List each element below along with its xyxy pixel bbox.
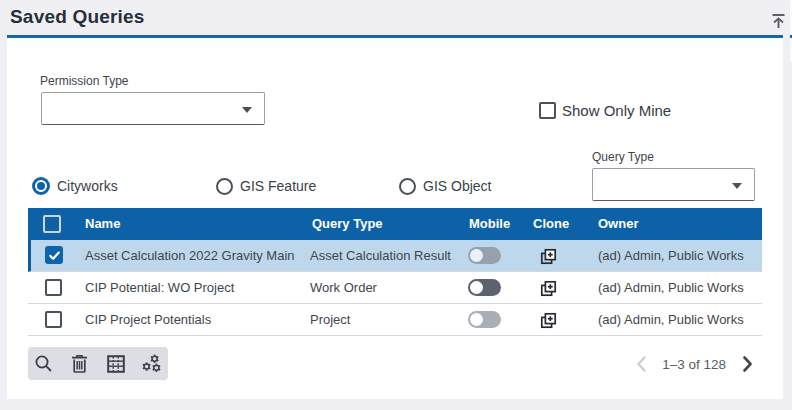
trash-icon [71, 354, 88, 373]
show-only-mine-checkbox[interactable] [539, 102, 556, 119]
table-row[interactable]: CIP Project Potentials Project (ad) Admi… [28, 304, 762, 336]
saved-queries-panel: Saved Queries Permission Type Show Only … [0, 0, 792, 410]
show-only-mine-label: Show Only Mine [562, 102, 671, 119]
table-header-row: Name Query Type Mobile Clone Owner [28, 208, 762, 240]
checkmark-icon [48, 249, 61, 262]
clone-icon [540, 280, 557, 297]
collapse-panel-button[interactable] [766, 9, 790, 33]
clone-icon [540, 248, 557, 265]
mobile-toggle-off[interactable] [468, 311, 501, 328]
radio-selected-icon [32, 177, 50, 195]
chevron-down-icon [242, 107, 252, 113]
table-view-button[interactable] [104, 351, 129, 377]
table-row[interactable]: Asset Calculation 2022 Gravity Main Asse… [28, 240, 762, 272]
cell-owner: (ad) Admin, Public Works [598, 304, 744, 335]
permission-type-select[interactable] [41, 92, 265, 125]
chevron-right-icon [742, 356, 753, 372]
mobile-toggle-off[interactable] [468, 279, 501, 296]
mobile-toggle-off[interactable] [468, 247, 501, 264]
clone-button[interactable] [540, 279, 558, 297]
row-checkbox-checked[interactable] [45, 246, 63, 264]
collapse-up-icon [770, 13, 787, 30]
radio-gis-object[interactable]: GIS Object [399, 176, 491, 196]
chevron-left-icon [636, 356, 647, 372]
radio-gis-feature-label: GIS Feature [240, 178, 316, 194]
cell-query-type: Work Order [310, 272, 377, 303]
cell-owner: (ad) Admin, Public Works [598, 240, 744, 271]
clone-button[interactable] [540, 311, 558, 329]
services-button[interactable] [140, 351, 165, 377]
row-checkbox-unchecked[interactable] [45, 279, 62, 296]
query-type-select[interactable] [592, 168, 755, 201]
query-type-label: Query Type [592, 150, 654, 164]
table-row[interactable]: CIP Potential: WO Project Work Order (ad… [28, 272, 762, 304]
toggle-knob [470, 249, 483, 262]
cell-name: CIP Project Potentials [85, 304, 211, 335]
radio-gis-feature[interactable]: GIS Feature [216, 176, 316, 196]
delete-button[interactable] [67, 351, 92, 377]
page-title: Saved Queries [10, 6, 145, 28]
cell-owner: (ad) Admin, Public Works [598, 272, 744, 303]
radio-unselected-icon [216, 178, 233, 195]
toggle-knob [470, 281, 483, 294]
cell-query-type: Project [310, 304, 350, 335]
next-page-button[interactable] [739, 355, 755, 373]
row-checkbox-unchecked[interactable] [45, 311, 62, 328]
table-icon [107, 355, 125, 373]
cell-name: CIP Potential: WO Project [85, 272, 234, 303]
saved-queries-table: Name Query Type Mobile Clone Owner Asset… [28, 208, 762, 336]
column-header-clone: Clone [533, 208, 569, 240]
page-range-label: 1–3 of 128 [662, 357, 726, 372]
gears-icon [142, 354, 162, 373]
toggle-knob [470, 313, 483, 326]
clone-button[interactable] [540, 247, 558, 265]
previous-page-button[interactable] [633, 355, 649, 373]
radio-cityworks[interactable]: Cityworks [32, 176, 118, 196]
search-icon [34, 354, 53, 373]
clone-icon [540, 312, 557, 329]
table-toolbar [28, 347, 168, 380]
cell-name: Asset Calculation 2022 Gravity Main [85, 240, 295, 271]
column-header-query-type: Query Type [312, 208, 383, 240]
column-header-name: Name [85, 208, 120, 240]
pagination: 1–3 of 128 [633, 352, 755, 376]
panel-body: Permission Type Show Only Mine Cityworks… [7, 38, 783, 399]
search-button[interactable] [31, 351, 56, 377]
permission-type-label: Permission Type [40, 74, 128, 88]
column-header-owner: Owner [598, 208, 638, 240]
radio-gis-object-label: GIS Object [423, 178, 491, 194]
radio-unselected-icon [399, 178, 416, 195]
column-header-mobile: Mobile [469, 208, 510, 240]
select-all-checkbox[interactable] [43, 215, 61, 233]
chevron-down-icon [732, 183, 742, 189]
cell-query-type: Asset Calculation Result [310, 240, 451, 271]
show-only-mine-field[interactable]: Show Only Mine [539, 102, 671, 119]
radio-cityworks-label: Cityworks [57, 178, 118, 194]
